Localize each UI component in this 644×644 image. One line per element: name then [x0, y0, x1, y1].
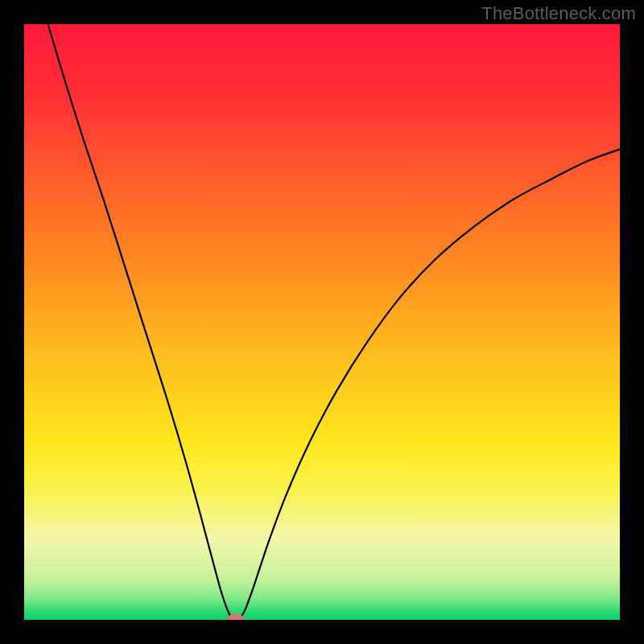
chart-frame: TheBottleneck.com [0, 0, 644, 644]
bottleneck-chart [0, 0, 644, 644]
plot-background [24, 24, 620, 620]
optimal-point-marker [227, 614, 244, 624]
watermark-label: TheBottleneck.com [481, 3, 636, 24]
